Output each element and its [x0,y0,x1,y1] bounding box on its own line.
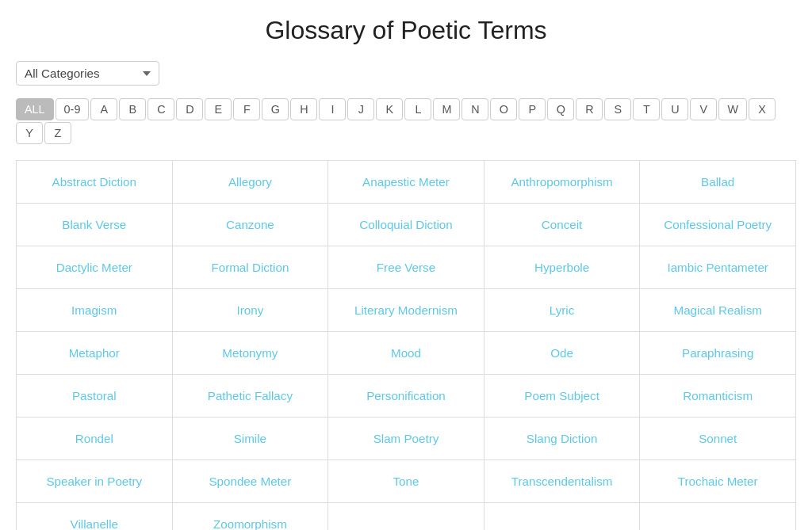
alpha-btn-m[interactable]: M [433,98,460,120]
controls-bar: All CategoriesDictionMeterFormFigurative… [16,61,796,86]
term-cell-empty [640,503,796,530]
term-cell[interactable]: Poem Subject [485,375,641,418]
alpha-btn-l[interactable]: L [404,98,431,120]
term-cell[interactable]: Metonymy [173,332,329,375]
term-cell[interactable]: Trochaic Meter [640,460,796,503]
term-cell[interactable]: Iambic Pentameter [640,246,796,289]
term-cell[interactable]: Free Verse [328,246,485,289]
category-select[interactable]: All CategoriesDictionMeterFormFigurative… [16,61,159,86]
alpha-btn-t[interactable]: T [633,98,660,120]
alpha-btn-u[interactable]: U [661,98,688,120]
page-title: Glossary of Poetic Terms [16,16,796,45]
term-cell[interactable]: Lyric [485,289,641,332]
term-cell[interactable]: Pathetic Fallacy [173,375,329,418]
term-cell[interactable]: Ballad [640,161,796,204]
alpha-btn-h[interactable]: H [290,98,317,120]
alpha-btn-x[interactable]: X [749,98,776,120]
term-cell[interactable]: Paraphrasing [640,332,796,375]
alpha-btn-o[interactable]: O [490,98,517,120]
term-cell[interactable]: Anthropomorphism [485,161,641,204]
term-cell[interactable]: Irony [173,289,329,332]
term-cell[interactable]: Villanelle [17,503,173,530]
alpha-btn-w[interactable]: W [718,98,747,120]
alpha-btn-c[interactable]: C [147,98,174,120]
term-cell[interactable]: Canzone [173,204,329,246]
alpha-btn-09[interactable]: 0-9 [56,98,90,120]
term-cell[interactable]: Dactylic Meter [17,246,173,289]
term-cell[interactable]: Rondel [17,418,173,460]
alpha-btn-a[interactable]: A [90,98,117,120]
alphabet-nav: ALL0-9ABCDEFGHIJKLMNOPQRSTUVWXYZ [16,98,796,144]
alpha-btn-n[interactable]: N [462,98,488,120]
term-cell[interactable]: Slam Poetry [328,418,485,460]
alpha-btn-y[interactable]: Y [16,122,43,144]
term-cell[interactable]: Blank Verse [17,204,173,246]
term-cell[interactable]: Metaphor [17,332,173,375]
terms-grid: Abstract DictionAllegoryAnapestic MeterA… [16,160,796,530]
term-cell[interactable]: Colloquial Diction [328,204,485,246]
term-cell[interactable]: Magical Realism [640,289,796,332]
alpha-btn-all[interactable]: ALL [16,98,54,120]
alpha-btn-e[interactable]: E [205,98,232,120]
term-cell[interactable]: Romanticism [640,375,796,418]
term-cell[interactable]: Slang Diction [485,418,641,460]
alpha-btn-g[interactable]: G [262,98,289,120]
term-cell[interactable]: Spondee Meter [173,460,329,503]
alpha-btn-j[interactable]: J [347,98,374,120]
term-cell-empty [328,503,485,530]
alpha-btn-z[interactable]: Z [44,122,71,144]
alpha-btn-p[interactable]: P [519,98,546,120]
term-cell[interactable]: Mood [328,332,485,375]
term-cell[interactable]: Tone [328,460,485,503]
term-cell[interactable]: Speaker in Poetry [17,460,173,503]
term-cell[interactable]: Abstract Diction [17,161,173,204]
alpha-btn-b[interactable]: B [119,98,146,120]
alpha-btn-i[interactable]: I [319,98,346,120]
term-cell[interactable]: Sonnet [640,418,796,460]
alpha-btn-d[interactable]: D [176,98,203,120]
term-cell[interactable]: Imagism [17,289,173,332]
alpha-btn-v[interactable]: V [690,98,717,120]
term-cell[interactable]: Anapestic Meter [328,161,485,204]
term-cell[interactable]: Zoomorphism [173,503,329,530]
term-cell[interactable]: Pastoral [17,375,173,418]
term-cell[interactable]: Ode [485,332,641,375]
term-cell[interactable]: Allegory [173,161,329,204]
term-cell[interactable]: Confessional Poetry [640,204,796,246]
term-cell[interactable]: Transcendentalism [485,460,641,503]
term-cell[interactable]: Conceit [485,204,641,246]
term-cell[interactable]: Literary Modernism [328,289,485,332]
alpha-btn-r[interactable]: R [576,98,603,120]
term-cell[interactable]: Hyperbole [485,246,641,289]
term-cell-empty [485,503,641,530]
term-cell[interactable]: Formal Diction [173,246,329,289]
alpha-btn-f[interactable]: F [233,98,260,120]
alpha-btn-s[interactable]: S [604,98,631,120]
alpha-btn-k[interactable]: K [376,98,403,120]
term-cell[interactable]: Personification [328,375,485,418]
alpha-btn-q[interactable]: Q [547,98,574,120]
term-cell[interactable]: Simile [173,418,329,460]
